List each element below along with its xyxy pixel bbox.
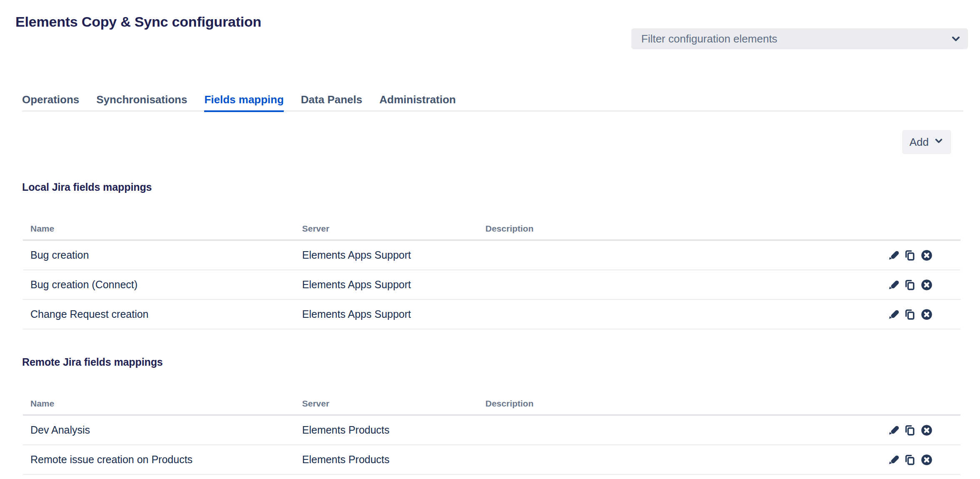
edit-pencil-icon[interactable] [887, 279, 900, 291]
delete-circle-x-icon[interactable] [920, 424, 933, 437]
row-description-cell [478, 270, 869, 299]
row-server-cell: Elements Products [295, 445, 478, 474]
column-header-actions [869, 390, 960, 415]
row-description-cell [478, 445, 869, 474]
chevron-down-icon [934, 136, 944, 149]
row-actions [876, 308, 953, 321]
row-server-cell: Elements Products [295, 415, 478, 445]
copy-icon[interactable] [904, 454, 916, 466]
tab-data-panels[interactable]: Data Panels [301, 93, 362, 112]
filter-configuration-value: Filter configuration elements [641, 32, 778, 45]
row-actions [876, 249, 953, 262]
config-tabbar: Operations Synchronisations Fields mappi… [22, 93, 963, 112]
edit-pencil-icon[interactable] [887, 249, 900, 262]
copy-icon[interactable] [904, 424, 916, 437]
add-button[interactable]: Add [902, 130, 951, 154]
column-header-server: Server [295, 215, 478, 240]
column-header-server: Server [295, 390, 478, 415]
tab-operations[interactable]: Operations [22, 93, 79, 112]
column-header-name: Name [23, 215, 295, 240]
copy-icon[interactable] [904, 308, 916, 321]
edit-pencil-icon[interactable] [887, 454, 900, 466]
table-row: Remote issue creation on Products Elemen… [23, 445, 960, 474]
column-header-name: Name [23, 390, 295, 415]
copy-icon[interactable] [904, 249, 916, 262]
table-header-row: Name Server Description [23, 390, 960, 415]
copy-icon[interactable] [904, 279, 916, 291]
row-description-cell [478, 240, 869, 270]
edit-pencil-icon[interactable] [887, 308, 900, 321]
remote-mappings-table: Name Server Description Dev Analysis Ele… [23, 390, 960, 475]
tab-synchronisations[interactable]: Synchronisations [96, 93, 187, 112]
row-name-cell: Bug creation (Connect) [23, 270, 295, 299]
table-header-row: Name Server Description [23, 215, 960, 240]
row-actions [876, 424, 953, 437]
section-heading: Local Jira fields mappings [22, 181, 960, 193]
row-actions [876, 454, 953, 466]
row-description-cell [478, 415, 869, 445]
delete-circle-x-icon[interactable] [920, 454, 933, 466]
page-title: Elements Copy & Sync configuration [15, 13, 261, 30]
table-row: Bug creation Elements Apps Support [23, 240, 960, 270]
row-name-cell: Dev Analysis [23, 415, 295, 445]
row-actions [876, 279, 953, 291]
section-local-jira-fields-mappings: Local Jira fields mappings Name Server D… [23, 181, 960, 329]
edit-pencil-icon[interactable] [887, 424, 900, 437]
column-header-description: Description [478, 215, 869, 240]
column-header-actions [869, 215, 960, 240]
tab-fields-mapping[interactable]: Fields mapping [204, 93, 284, 112]
tab-administration[interactable]: Administration [380, 93, 456, 112]
row-description-cell [478, 299, 869, 329]
section-remote-jira-fields-mappings: Remote Jira fields mappings Name Server … [23, 356, 960, 475]
table-row: Dev Analysis Elements Products [23, 415, 960, 445]
delete-circle-x-icon[interactable] [920, 308, 933, 321]
row-name-cell: Change Request creation [23, 299, 295, 329]
row-name-cell: Bug creation [23, 240, 295, 270]
delete-circle-x-icon[interactable] [920, 249, 933, 262]
row-name-cell: Remote issue creation on Products [23, 445, 295, 474]
filter-configuration-select[interactable]: Filter configuration elements [631, 28, 968, 49]
chevron-down-icon [950, 33, 961, 47]
column-header-description: Description [478, 390, 869, 415]
section-heading: Remote Jira fields mappings [22, 356, 960, 368]
add-button-label: Add [910, 136, 929, 149]
table-row: Bug creation (Connect) Elements Apps Sup… [23, 270, 960, 299]
row-server-cell: Elements Apps Support [295, 270, 478, 299]
local-mappings-table: Name Server Description Bug creation Ele… [23, 215, 960, 329]
row-server-cell: Elements Apps Support [295, 299, 478, 329]
delete-circle-x-icon[interactable] [920, 279, 933, 291]
table-row: Change Request creation Elements Apps Su… [23, 299, 960, 329]
row-server-cell: Elements Apps Support [295, 240, 478, 270]
